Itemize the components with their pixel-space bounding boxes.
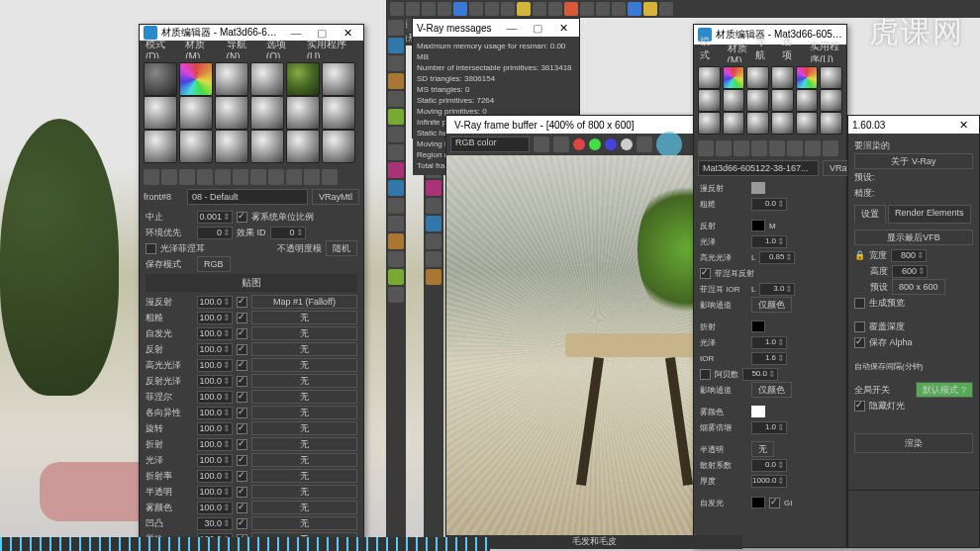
tool-icon[interactable] [564, 2, 578, 16]
material-slot[interactable] [144, 130, 177, 163]
map-enable-checkbox[interactable] [237, 455, 247, 466]
diffuse-swatch[interactable] [751, 182, 765, 194]
go-parent-icon[interactable] [268, 169, 284, 185]
panel-icon[interactable] [426, 216, 441, 231]
fog-swatch[interactable] [751, 406, 765, 417]
panel-icon[interactable] [426, 198, 441, 214]
tool-icon[interactable] [501, 2, 515, 16]
hidden-lights-checkbox[interactable] [854, 401, 865, 412]
go-sibling-icon[interactable] [286, 169, 302, 185]
map-slot-button[interactable]: Map #1 (Falloff) [251, 295, 357, 309]
map-enable-checkbox[interactable] [237, 439, 247, 450]
map-amount-spinner[interactable]: 100.0 [197, 407, 233, 419]
tool-icon[interactable] [716, 140, 732, 156]
store-combo[interactable]: RGB [197, 256, 231, 272]
tool-icon[interactable] [628, 2, 641, 16]
tool-icon[interactable] [643, 2, 657, 16]
map-slot-button[interactable]: 无 [251, 485, 357, 499]
material-slot[interactable] [286, 130, 320, 163]
channel-blue-icon[interactable] [605, 138, 617, 150]
effect-combo[interactable]: 仅颜色 [751, 297, 792, 313]
material-slot[interactable] [723, 112, 745, 135]
map-enable-checkbox[interactable] [237, 503, 247, 513]
panel-icon[interactable] [388, 162, 404, 178]
map-amount-spinner[interactable]: 100.0 [197, 486, 233, 499]
material-slot[interactable] [771, 89, 794, 112]
hg-spinner[interactable]: 0.85 [759, 251, 795, 264]
panel-icon[interactable] [388, 91, 404, 107]
tool-icon[interactable] [751, 140, 767, 156]
material-type-button[interactable]: VRayMtl [312, 189, 359, 205]
map-enable-checkbox[interactable] [237, 423, 247, 434]
tool-icon[interactable] [517, 2, 531, 16]
tool-icon[interactable] [438, 2, 451, 16]
gi-checkbox[interactable] [769, 498, 780, 508]
map-amount-spinner[interactable]: 100.0 [197, 375, 233, 388]
vfb-tool-icon[interactable] [637, 137, 652, 152]
tool-icon[interactable] [580, 2, 594, 16]
rough-spinner[interactable]: 0.0 [751, 198, 787, 211]
rgloss-spinner[interactable]: 1.0 [751, 336, 787, 349]
panel-icon[interactable] [388, 198, 404, 214]
material-slot[interactable] [746, 112, 769, 135]
width-spinner[interactable]: 800 [891, 249, 927, 262]
abbe-checkbox[interactable] [700, 369, 711, 380]
map-amount-spinner[interactable]: 100.0 [197, 343, 233, 356]
map-amount-spinner[interactable]: 100.0 [197, 359, 233, 372]
close-button[interactable]: ✕ [551, 20, 575, 36]
panel-icon[interactable] [388, 73, 404, 89]
height-spinner[interactable]: 600 [892, 265, 928, 278]
assign-icon[interactable] [161, 169, 177, 185]
material-slot[interactable] [179, 62, 213, 96]
map-enable-checkbox[interactable] [237, 471, 247, 482]
maps-rollout-header[interactable]: 贴图 [146, 274, 357, 292]
map-slot-button[interactable]: 无 [251, 501, 357, 514]
map-slot-button[interactable]: 无 [251, 374, 357, 388]
panel-icon[interactable] [388, 55, 404, 71]
material-slot[interactable] [820, 112, 842, 135]
material-slot[interactable] [771, 112, 794, 135]
m-button[interactable]: M [769, 222, 776, 230]
map-slot-button[interactable]: 无 [251, 437, 357, 451]
panel-icon[interactable] [388, 233, 404, 249]
material-slot[interactable] [723, 66, 745, 89]
tool-icon[interactable] [805, 140, 821, 156]
map-amount-spinner[interactable]: 100.0 [197, 422, 233, 435]
tool-icon[interactable] [469, 2, 483, 16]
save-checkbox[interactable] [854, 298, 865, 309]
panel-icon[interactable] [426, 269, 441, 285]
env-pri-spinner[interactable]: 0 [197, 227, 233, 239]
tool-icon[interactable] [453, 2, 467, 16]
map-amount-spinner[interactable]: 100.0 [197, 438, 233, 451]
abbe-spinner[interactable]: 50.0 [742, 368, 778, 381]
override-checkbox[interactable] [854, 321, 865, 332]
size-preset-button[interactable]: 800 x 600 [892, 279, 945, 295]
vfb-tool-icon[interactable] [553, 137, 569, 152]
tool-icon[interactable] [612, 2, 626, 16]
material-slot[interactable] [286, 96, 320, 130]
material-slot[interactable] [215, 62, 248, 96]
channel-green-icon[interactable] [589, 138, 601, 150]
make-unique-icon[interactable] [233, 169, 248, 185]
material-slot[interactable] [250, 62, 284, 96]
map-amount-spinner[interactable]: 100.0 [197, 391, 233, 404]
get-material-icon[interactable] [144, 169, 159, 185]
map-slot-button[interactable]: 无 [251, 358, 357, 372]
tab-settings[interactable]: 设置 [854, 205, 886, 224]
material-slot[interactable] [144, 96, 177, 130]
tab-render-elements[interactable]: Render Elements [888, 205, 971, 224]
target-combo[interactable]: 关于 V-Ray [854, 153, 973, 169]
map-enable-checkbox[interactable] [237, 487, 247, 498]
close-button[interactable]: ✕ [951, 117, 975, 133]
tool-icon[interactable] [823, 140, 838, 156]
map-slot-button[interactable]: 无 [251, 390, 357, 404]
map-amount-spinner[interactable]: 30.0 [197, 517, 233, 530]
stop-spinner[interactable]: 0.001 [197, 211, 233, 224]
panel-icon[interactable] [426, 251, 441, 267]
tool-icon[interactable] [533, 2, 546, 16]
material-slot[interactable] [179, 96, 213, 130]
fog-mult-spinner[interactable]: 1.0 [751, 421, 787, 434]
material-slot[interactable] [698, 112, 721, 135]
tool-icon[interactable] [548, 2, 562, 16]
map-amount-spinner[interactable]: 100.0 [197, 470, 233, 483]
